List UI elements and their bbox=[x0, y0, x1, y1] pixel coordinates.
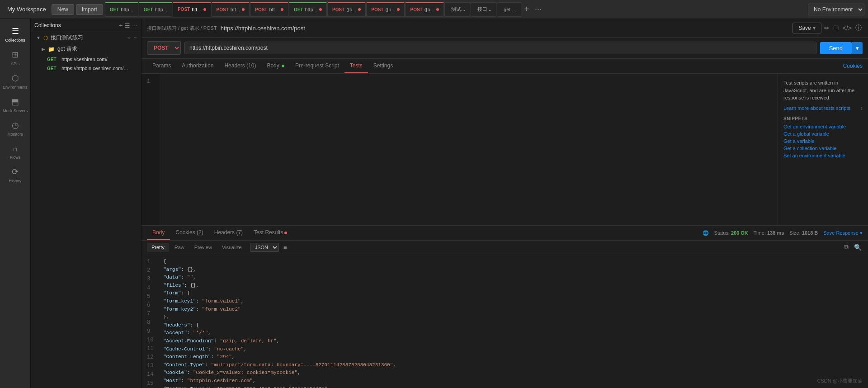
collection-item[interactable]: ▼ ⬡ 接口测试练习 ☆ ··· bbox=[31, 32, 141, 43]
tab-7[interactable]: POST([b... bbox=[366, 2, 405, 17]
sidebar-item-flows[interactable]: ⑃Flows bbox=[0, 140, 30, 163]
send-dropdown-button[interactable]: ▾ bbox=[852, 42, 863, 54]
tab-method-2: POST bbox=[178, 7, 190, 12]
left-panel: Collections + ☰ ··· ▼ ⬡ 接口测试练习 ☆ ··· ▶ 📁… bbox=[31, 19, 142, 388]
method-get-tag-2: GET bbox=[47, 66, 59, 71]
snippets-title: SNIPPETS bbox=[783, 116, 863, 121]
save-response-button[interactable]: Save Response ▾ bbox=[823, 230, 863, 236]
add-tab-button[interactable]: + bbox=[522, 5, 532, 14]
add-collection-button[interactable]: + bbox=[119, 22, 123, 29]
tab-url-11: get ... bbox=[504, 7, 516, 12]
more-tabs-button[interactable]: ··· bbox=[532, 5, 544, 14]
format-list-button[interactable]: ≡ bbox=[283, 243, 288, 252]
sidebar-item-monitors[interactable]: ◷Monitors bbox=[0, 117, 30, 140]
tab-11[interactable]: get ... bbox=[497, 2, 521, 17]
request-line: POST Send ▾ bbox=[142, 38, 868, 59]
collection-name: 接口测试练习 bbox=[51, 34, 83, 42]
req-tab-params[interactable]: Params bbox=[147, 59, 176, 73]
save-dropdown-arrow[interactable]: ▾ bbox=[813, 25, 816, 31]
tab-method-0: GET bbox=[110, 7, 119, 12]
json-format-select[interactable]: JSON bbox=[250, 243, 279, 252]
tab-10[interactable]: 接口... bbox=[471, 2, 496, 17]
tab-3[interactable]: POSThtt... bbox=[212, 2, 250, 17]
format-tab-preview[interactable]: Preview bbox=[190, 243, 217, 252]
more-button[interactable]: ··· bbox=[132, 22, 137, 29]
import-button[interactable]: Import bbox=[76, 4, 103, 15]
response-line-12: "Cache-Control": "no-cache", bbox=[160, 345, 868, 354]
tab-4[interactable]: POSThtt... bbox=[250, 2, 288, 17]
snippet-get-a-collection-variable[interactable]: Get a collection variable bbox=[783, 146, 863, 151]
response-line-numbers: 12345678910111213141516171819 bbox=[142, 254, 160, 388]
req-tab-settings[interactable]: Settings bbox=[368, 59, 398, 73]
info-button[interactable]: ⓘ bbox=[854, 23, 863, 33]
format-tab-raw[interactable]: Raw bbox=[170, 243, 189, 252]
req-tab-body[interactable]: Body bbox=[261, 59, 290, 73]
format-tab-pretty[interactable]: Pretty bbox=[147, 243, 169, 252]
tab-8[interactable]: POST([b... bbox=[405, 2, 443, 17]
method-get-tag: GET bbox=[47, 57, 59, 62]
tab-url-1: http... bbox=[155, 7, 167, 12]
comment-button[interactable]: ☐ bbox=[832, 24, 840, 33]
snippet-set-an-environment-variable[interactable]: Set an environment variable bbox=[783, 153, 863, 158]
sidebar-item-collections[interactable]: ☰Collections bbox=[0, 23, 30, 46]
expand-arrow[interactable]: › bbox=[861, 105, 863, 111]
response-meta: 🌐Status: 200 OKTime: 138 msSize: 1018 BS… bbox=[703, 230, 863, 236]
menu-button[interactable]: ☰ bbox=[124, 22, 130, 29]
save-button[interactable]: Save ▾ bbox=[793, 23, 821, 33]
sidebar-label-mock-servers: Mock Servers bbox=[3, 109, 28, 113]
snippet-get-a-variable[interactable]: Get a variable bbox=[783, 138, 863, 144]
sidebar-item-environments[interactable]: ⬡Environments bbox=[0, 70, 30, 93]
response-line-15: "Cookie": "Cookie_2=value2; cookie1=myco… bbox=[160, 369, 868, 377]
req-tab-pre-request-script[interactable]: Pre-request Script bbox=[290, 59, 344, 73]
collection-icon: ⬡ bbox=[43, 35, 48, 41]
req-tab-authorization[interactable]: Authorization bbox=[176, 59, 219, 73]
response-tab-0[interactable]: Body bbox=[147, 226, 170, 240]
tab-url-7: ([b... bbox=[385, 7, 395, 12]
response-tab-1[interactable]: Cookies (2) bbox=[170, 226, 208, 240]
code-button[interactable]: </> bbox=[842, 24, 853, 33]
snippet-get-an-environment-variable[interactable]: Get an environment variable bbox=[783, 124, 863, 129]
response-tab-3[interactable]: Test Results bbox=[248, 226, 292, 240]
tab-0[interactable]: GEThttp... bbox=[105, 2, 138, 17]
edit-button[interactable]: ✏ bbox=[823, 24, 830, 33]
learn-link[interactable]: Learn more about tests scripts bbox=[783, 105, 863, 111]
sidebar-item-mock-servers[interactable]: ⬒Mock Servers bbox=[0, 93, 30, 117]
history-icon: ⟳ bbox=[12, 167, 19, 177]
request-item-1[interactable]: GET https://ceshiren.com/ bbox=[31, 55, 141, 64]
send-button[interactable]: Send bbox=[820, 42, 852, 54]
tab-1[interactable]: GEThttp... bbox=[139, 2, 172, 17]
star-icon[interactable]: ☆ bbox=[127, 35, 131, 40]
code-editor[interactable] bbox=[160, 74, 778, 225]
response-line-8: }, bbox=[160, 313, 868, 322]
req-tab-tests[interactable]: Tests bbox=[344, 59, 368, 73]
response-line-6: "form_key1": "form_value1", bbox=[160, 298, 868, 306]
collection-more-icon[interactable]: ··· bbox=[134, 35, 137, 40]
format-tab-visualize[interactable]: Visualize bbox=[217, 243, 246, 252]
tab-9[interactable]: 测试... bbox=[444, 2, 470, 17]
method-select[interactable]: POST bbox=[147, 41, 181, 55]
response-line-11: "Accept-Encoding": "gzip, deflate, br", bbox=[160, 337, 868, 345]
url-input[interactable] bbox=[184, 42, 816, 54]
tab-6[interactable]: POST([b... bbox=[327, 2, 366, 17]
environment-select[interactable]: No Environment bbox=[808, 4, 864, 15]
right-info-panel: Test scripts are written in JavaScript, … bbox=[778, 74, 868, 225]
sidebar-item-history[interactable]: ⟳History bbox=[0, 163, 30, 187]
cookies-link[interactable]: Cookies bbox=[843, 63, 863, 69]
search-button[interactable]: 🔍 bbox=[853, 242, 863, 252]
folder-item[interactable]: ▶ 📁 get 请求 bbox=[31, 43, 141, 55]
sidebar-label-flows: Flows bbox=[10, 155, 21, 160]
sidebar-item-apis[interactable]: ⊞APIs bbox=[0, 46, 30, 70]
copy-button[interactable]: ⧉ bbox=[843, 242, 849, 252]
tab-5[interactable]: GEThttp... bbox=[289, 2, 327, 17]
response-tab-2[interactable]: Headers (7) bbox=[209, 226, 248, 240]
tab-2[interactable]: POSThtt... bbox=[173, 2, 211, 17]
snippet-get-a-global-variable[interactable]: Get a global variable bbox=[783, 131, 863, 137]
send-button-group: Send ▾ bbox=[820, 42, 863, 54]
response-line-3: "data": "", bbox=[160, 274, 868, 282]
request-item-2[interactable]: GET https://httpbin.ceshiren.com/... bbox=[31, 64, 141, 73]
response-line-14: "Content-Type": "multipart/form-data; bo… bbox=[160, 361, 868, 369]
req-tab-headers-(10)[interactable]: Headers (10) bbox=[219, 59, 261, 73]
new-button[interactable]: New bbox=[52, 4, 74, 15]
tab-url-10: 接口... bbox=[477, 6, 491, 13]
tab-dot-4 bbox=[281, 8, 283, 11]
